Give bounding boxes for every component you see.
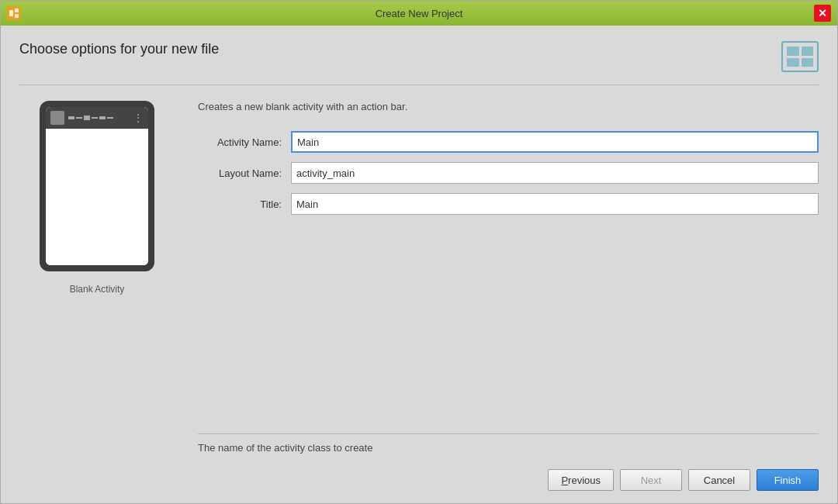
icon-cell-3 <box>787 58 799 67</box>
previous-button[interactable]: Previous <box>548 469 614 491</box>
finish-button[interactable]: Finish <box>757 469 819 491</box>
cancel-button[interactable]: Cancel <box>688 469 750 491</box>
phone-body <box>46 129 148 265</box>
title-row: Title: <box>198 193 819 215</box>
window: Create New Project ✕ Choose options for … <box>0 0 838 504</box>
close-button[interactable]: ✕ <box>814 5 831 22</box>
page-title: Choose options for your new file <box>19 41 219 57</box>
title-bar-left <box>7 6 21 20</box>
activity-name-label: Activity Name: <box>198 136 291 148</box>
activity-name-row: Activity Name: <box>198 131 819 153</box>
svg-rect-0 <box>9 10 13 16</box>
phone-wave <box>68 116 127 120</box>
footer: Previous Next Cancel Finish <box>19 466 819 491</box>
cancel-label: Cancel <box>704 475 735 486</box>
right-panel: Creates a new blank activity with an act… <box>198 101 819 466</box>
finish-label: Finish <box>774 475 802 486</box>
icon-cell-2 <box>802 47 814 56</box>
top-divider <box>19 85 819 85</box>
next-button[interactable]: Next <box>620 469 682 491</box>
app-icon <box>7 6 21 20</box>
title-label: Title: <box>198 198 291 210</box>
svg-rect-1 <box>15 9 19 12</box>
content-area: Choose options for your new file <box>1 26 837 503</box>
phone-nav-icon <box>50 111 64 125</box>
phone-mockup: ⋮ <box>40 101 154 271</box>
svg-rect-2 <box>15 14 19 18</box>
layout-name-label: Layout Name: <box>198 167 291 179</box>
next-label: Next <box>641 475 662 486</box>
form-section: Activity Name: Layout Name: Title: <box>198 131 819 421</box>
main-area: ⋮ Blank Activity Creates a new blank act… <box>19 101 819 466</box>
activity-template-label: Blank Activity <box>70 284 125 295</box>
hint-text: The name of the activity class to create <box>198 442 819 454</box>
title-input[interactable] <box>291 193 819 215</box>
template-icon <box>781 41 819 72</box>
window-title: Create New Project <box>376 8 463 19</box>
page-header: Choose options for your new file <box>19 41 819 72</box>
phone-inner: ⋮ <box>46 107 148 265</box>
layout-name-input[interactable] <box>291 162 819 184</box>
description-text: Creates a new blank activity with an act… <box>198 101 819 112</box>
phone-menu-icon: ⋮ <box>133 112 144 124</box>
layout-name-row: Layout Name: <box>198 162 819 184</box>
icon-cell-1 <box>787 47 799 56</box>
title-bar: Create New Project ✕ <box>1 1 837 26</box>
icon-cell-4 <box>802 58 814 67</box>
left-panel: ⋮ Blank Activity <box>19 101 175 466</box>
activity-name-input[interactable] <box>291 131 819 153</box>
bottom-divider <box>198 433 819 434</box>
phone-action-bar: ⋮ <box>46 107 148 129</box>
